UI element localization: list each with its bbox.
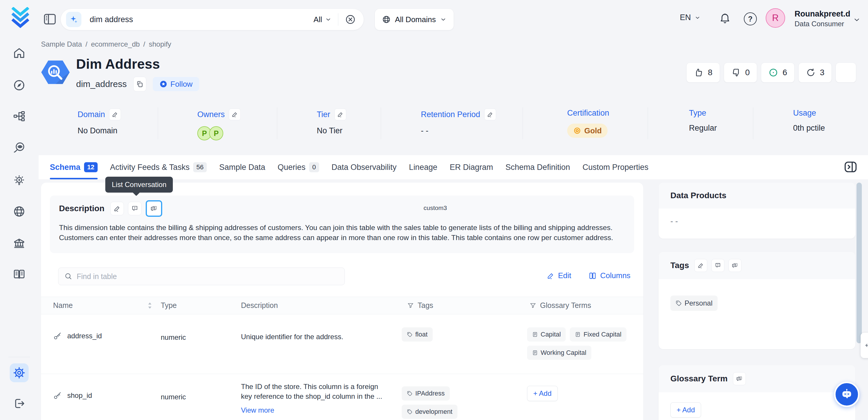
edge-handle-button[interactable] [861,333,868,358]
sidebar-item-discover[interactable] [10,76,29,95]
notifications-button[interactable] [719,12,731,24]
owner-avatar[interactable]: P [209,126,223,140]
sidebar-toggle-button[interactable] [43,13,57,25]
sidebar-item-signout[interactable] [10,394,29,413]
tag-pill[interactable]: development [402,404,458,419]
breadcrumb-item[interactable]: ecommerce_db [91,40,140,49]
breadcrumb-item[interactable]: shopify [149,40,172,49]
list-conversation-icon[interactable] [728,259,741,272]
sidebar-item-home[interactable] [10,44,29,63]
sidebar-item-glossary[interactable] [10,265,29,284]
columns-button[interactable]: Columns [588,271,630,280]
downvote-button[interactable]: 0 [724,63,757,83]
glossary-term-pill[interactable]: Capital [527,327,566,341]
edit-domain-button[interactable] [109,109,121,120]
edit-tags-button[interactable] [694,259,707,272]
meta-divider [277,107,277,139]
clear-search-button[interactable] [345,14,356,25]
language-dropdown[interactable]: EN [680,13,701,22]
owners-label[interactable]: Owners [197,110,225,119]
domain-label[interactable]: Domain [78,110,105,119]
breadcrumb-item[interactable]: Sample Data [41,40,82,49]
copy-name-button[interactable] [133,77,146,91]
scrollbar-thumb[interactable] [857,183,862,343]
refresh-icon [806,67,816,78]
retention-label[interactable]: Retention Period [421,110,480,119]
sidebar-item-insights[interactable] [10,171,29,190]
edit-label: Edit [558,271,571,280]
filter-icon[interactable] [529,302,536,309]
tag-pill[interactable]: Personal [671,296,718,311]
view-more-link[interactable]: View more [241,405,389,415]
tab-count-badge: 12 [84,162,98,172]
list-conversation-button[interactable] [146,200,162,217]
schema-panel: Description custom3 This dimension table… [41,183,643,420]
sidebar-item-web[interactable] [10,202,29,221]
edit-description-button[interactable] [110,202,124,215]
sidebar-item-governance[interactable] [10,234,29,253]
tab-lineage[interactable]: Lineage [409,155,437,179]
left-sidebar [0,0,39,420]
tier-label[interactable]: Tier [317,110,330,119]
glossary-term-pill[interactable]: Fixed Capital [570,327,626,341]
follow-button[interactable]: Follow [153,77,199,91]
glossary-term-pill[interactable]: Working Capital [527,346,591,360]
refresh-button[interactable]: 3 [798,63,832,83]
tab-activity-feeds[interactable]: Activity Feeds & Tasks56 [110,155,207,179]
certification-badge[interactable]: Gold [567,124,608,138]
meta-tier: Tier No Tier [317,109,346,136]
edit-table-button[interactable]: Edit [547,271,571,280]
tab-schema-definition[interactable]: Schema Definition [505,155,570,179]
tab-queries[interactable]: Queries0 [278,155,319,179]
tab-schema[interactable]: Schema12 [50,155,98,179]
help-button[interactable]: ? [744,12,757,25]
sort-icon[interactable] [148,302,152,309]
find-in-table-input[interactable] [77,272,339,281]
column-glossary-terms: Capital Fixed Capital Working Capital [527,327,627,360]
edit-retention-button[interactable] [484,109,496,120]
tooltip-text: List Conversation [112,181,166,188]
column-header-name[interactable]: Name [53,301,73,310]
filter-icon[interactable] [407,302,414,309]
question-bubble-button[interactable] [128,202,142,215]
edit-owners-button[interactable] [229,109,241,120]
more-actions-button[interactable] [836,63,856,83]
column-header-type[interactable]: Type [161,301,177,310]
edit-tier-button[interactable] [335,109,346,120]
sidebar-item-lineage[interactable] [10,107,29,126]
sidebar-item-observe[interactable] [10,138,29,157]
tab-custom-properties[interactable]: Custom Properties [583,155,649,179]
atlan-logo[interactable] [11,7,30,28]
watchers-button[interactable]: 6 [761,63,795,83]
user-avatar[interactable]: R [766,8,785,28]
tag-pill[interactable]: IPAddress [402,386,450,400]
table-row[interactable]: shop_id numeric The ID of the store. Thi… [41,374,643,420]
usage-label[interactable]: Usage [793,109,816,118]
chevron-down-icon[interactable] [853,16,861,24]
header-label: Glossary Terms [540,301,591,310]
gold-badge-icon [573,126,581,135]
add-glossary-term-button[interactable]: + Add [527,386,558,401]
column-header-tags[interactable]: Tags [407,301,433,310]
tab-sample-data[interactable]: Sample Data [219,155,265,179]
tab-er-diagram[interactable]: ER Diagram [450,155,493,179]
list-conversation-icon[interactable] [733,372,746,385]
type-label[interactable]: Type [689,109,706,118]
tag-pill[interactable]: float [402,327,433,341]
all-domains-dropdown[interactable]: All Domains [375,9,454,30]
column-header-description[interactable]: Description [241,301,278,310]
column-header-glossary[interactable]: Glossary Terms [529,301,591,310]
upvote-button[interactable]: 8 [686,63,720,83]
retention-value: - - [421,126,496,136]
chatbot-button[interactable] [834,382,860,407]
table-row[interactable]: address_id numeric Unique identifier for… [41,314,643,374]
search-scope-dropdown[interactable]: All [313,15,332,24]
add-glossary-term-button[interactable]: + Add [671,402,701,418]
question-bubble-button[interactable] [711,259,724,272]
search-input[interactable] [90,15,313,24]
sidebar-item-settings[interactable] [10,363,29,382]
user-menu[interactable]: Rounakpreet.d Data Consumer [795,9,850,28]
certification-label[interactable]: Certification [567,109,609,118]
collapse-panel-button[interactable] [843,159,858,175]
tab-data-observability[interactable]: Data Observability [332,155,397,179]
